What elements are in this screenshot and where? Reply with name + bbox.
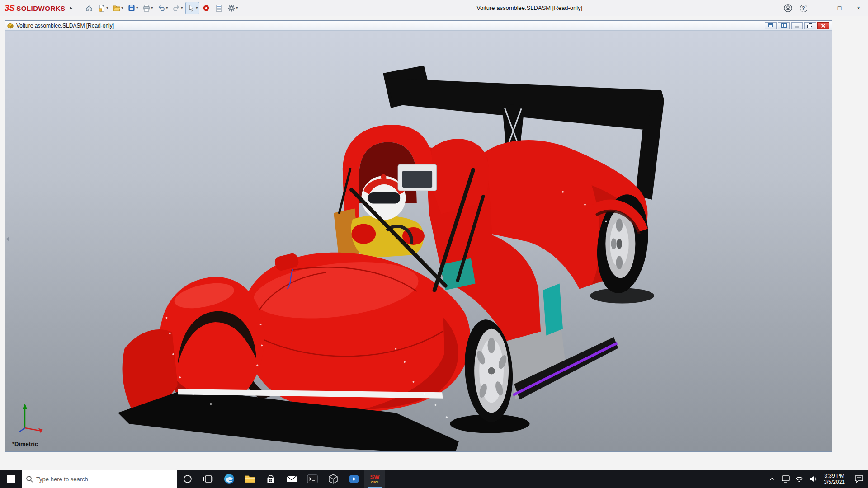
mail-icon — [286, 475, 297, 483]
settings-button[interactable]: ▾ — [226, 2, 240, 14]
dropdown-caret[interactable]: ▾ — [236, 6, 238, 10]
clock-date: 3/5/2021 — [824, 479, 845, 485]
store-button[interactable] — [260, 470, 281, 488]
settings-gear-icon — [227, 4, 236, 12]
graphics-viewport[interactable]: *Dimetric — [5, 31, 832, 451]
dropdown-caret[interactable]: ▾ — [106, 6, 108, 10]
tile-windows-button[interactable] — [778, 22, 790, 29]
terminal-icon — [307, 474, 318, 483]
document-titlebar[interactable]: Voiture assomblee.SLDASM [Read-only] — [5, 21, 832, 31]
terminal-button[interactable] — [302, 470, 323, 488]
edge-browser-icon — [223, 473, 235, 485]
print-icon — [142, 4, 151, 12]
mouse-gestures-button[interactable] — [200, 2, 212, 14]
close-button[interactable]: × — [849, 0, 868, 16]
orientation-triad — [15, 401, 51, 436]
dropdown-caret[interactable]: ▾ — [121, 6, 123, 10]
undo-button[interactable]: ▾ — [156, 2, 170, 14]
dropdown-caret[interactable]: ▾ — [196, 6, 198, 10]
toolbar-expand-arrow-icon[interactable]: ▸ — [70, 5, 73, 11]
help-button[interactable]: ? — [796, 0, 811, 16]
action-center-button[interactable] — [849, 470, 868, 488]
new-document-icon — [98, 4, 106, 12]
titlebar-right: ? – □ × — [780, 0, 868, 16]
solidworks-app-year: 2021 — [371, 480, 379, 484]
document-list-button[interactable] — [213, 2, 225, 14]
cortana-icon — [183, 474, 192, 483]
open-button[interactable]: ▾ — [111, 2, 125, 14]
windscreen-frame — [398, 164, 437, 191]
document-title: Voiture assomblee.SLDASM [Read-only] — [16, 23, 114, 29]
restore-icon — [807, 23, 813, 28]
network-tray-button[interactable] — [793, 470, 806, 488]
cortana-button[interactable] — [177, 470, 198, 488]
close-icon — [821, 23, 826, 28]
taskbar: SW 2021 3:39 PM 3/5/2021 — [0, 470, 868, 488]
open-folder-icon — [113, 4, 121, 12]
app-titlebar: 3S SOLIDWORKS ▸ ▾ ▾ ▾ ▾ — [0, 0, 868, 16]
video-app-button[interactable] — [344, 470, 364, 488]
document-window-controls — [765, 22, 830, 29]
search-icon — [26, 475, 33, 483]
panel-collapse-arrow[interactable] — [6, 237, 9, 241]
y-axis-arrow — [23, 404, 27, 409]
doc-minimize-button[interactable] — [791, 22, 803, 29]
doc-close-button[interactable] — [817, 22, 829, 29]
document-list-icon — [215, 4, 223, 12]
solidworks-app-button[interactable]: SW 2021 — [364, 470, 385, 488]
solidworks-logo-text: SOLIDWORKS — [16, 5, 65, 12]
cascade-windows-icon — [768, 23, 774, 28]
action-center-icon — [854, 475, 863, 483]
redo-button[interactable]: ▾ — [170, 2, 184, 14]
redo-icon — [172, 4, 180, 12]
account-button[interactable] — [780, 0, 796, 16]
minimize-icon — [795, 24, 799, 28]
doc-restore-button[interactable] — [804, 22, 816, 29]
task-view-button[interactable] — [198, 470, 219, 488]
dropdown-caret[interactable]: ▾ — [181, 6, 183, 10]
account-icon — [783, 4, 793, 13]
display-tray-button[interactable] — [779, 470, 793, 488]
file-explorer-button[interactable] — [240, 470, 260, 488]
start-button[interactable] — [0, 470, 22, 488]
quick-access-toolbar: ▾ ▾ ▾ ▾ ▾ ▾ ▾ — [83, 2, 240, 14]
display-icon — [782, 475, 790, 483]
dropdown-caret[interactable]: ▾ — [151, 6, 153, 10]
system-tray: 3:39 PM 3/5/2021 — [765, 470, 868, 488]
minimize-button[interactable]: – — [811, 0, 830, 16]
save-button[interactable]: ▾ — [126, 2, 140, 14]
app-title: Voiture assomblee.SLDASM [Read-only] — [476, 5, 582, 11]
select-tool-button[interactable]: ▾ — [185, 2, 199, 14]
home-button[interactable] — [83, 2, 95, 14]
volume-icon — [809, 475, 817, 483]
file-explorer-icon — [244, 474, 256, 484]
3d-viewer-icon — [328, 474, 339, 484]
volume-tray-button[interactable] — [806, 470, 820, 488]
store-icon — [266, 474, 276, 484]
dropdown-caret[interactable]: ▾ — [136, 6, 138, 10]
home-icon — [85, 4, 93, 12]
wifi-icon — [795, 476, 803, 483]
taskbar-clock[interactable]: 3:39 PM 3/5/2021 — [820, 470, 849, 488]
solidworks-app-letters: SW — [370, 474, 380, 480]
3d-model-render[interactable] — [5, 31, 832, 451]
taskbar-search[interactable] — [22, 470, 177, 488]
maximize-button[interactable]: □ — [830, 0, 849, 16]
solidworks-logo: 3S SOLIDWORKS — [5, 3, 66, 13]
3d-viewer-button[interactable] — [323, 470, 344, 488]
help-icon: ? — [800, 5, 807, 12]
clock-time: 3:39 PM — [824, 473, 844, 479]
new-document-button[interactable]: ▾ — [96, 2, 110, 14]
screen: 3S SOLIDWORKS ▸ ▾ ▾ ▾ ▾ — [0, 0, 868, 488]
print-button[interactable]: ▾ — [141, 2, 155, 14]
hidden-icons-button[interactable] — [765, 470, 779, 488]
search-input[interactable] — [36, 476, 173, 483]
dropdown-caret[interactable]: ▾ — [166, 6, 168, 10]
view-orientation-label: *Dimetric — [12, 441, 38, 447]
edge-browser-button[interactable] — [219, 470, 240, 488]
document-window: Voiture assomblee.SLDASM [Read-only] — [5, 20, 832, 452]
mail-button[interactable] — [281, 470, 302, 488]
assembly-document-icon — [7, 22, 14, 29]
windows-start-icon — [7, 475, 15, 483]
cascade-windows-button[interactable] — [765, 22, 777, 29]
